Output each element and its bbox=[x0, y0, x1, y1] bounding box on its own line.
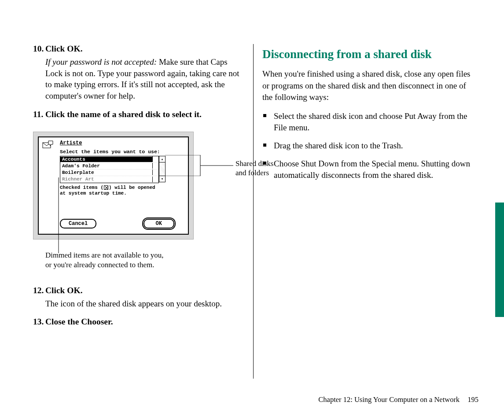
list-item-checkbox[interactable] bbox=[152, 177, 158, 182]
callout-line: or you're already connected to them. bbox=[45, 260, 186, 270]
dialog-buttons: Cancel OK bbox=[60, 219, 174, 228]
intro-paragraph: When you're finished using a shared disk… bbox=[262, 68, 475, 103]
step-title: Click OK. bbox=[45, 44, 83, 53]
step-title: Click OK. bbox=[45, 286, 83, 295]
list-item[interactable]: Accounts bbox=[60, 156, 158, 163]
callout-line: Dimmed items are not available to you, bbox=[45, 251, 186, 260]
step-10-body: If your password is not accepted: Make s… bbox=[45, 56, 240, 102]
scroll-up-arrow[interactable]: ▴ bbox=[159, 156, 165, 162]
list-item-label: Richner Art bbox=[60, 177, 152, 182]
cancel-button[interactable]: Cancel bbox=[60, 219, 96, 228]
list-item: Choose Shut Down from the Special menu. … bbox=[262, 158, 475, 181]
checked-box-icon bbox=[104, 185, 108, 190]
step-number: 11. bbox=[33, 110, 45, 119]
list-item-checkbox[interactable] bbox=[152, 163, 158, 169]
step-10-heading: 10.Click OK. bbox=[33, 44, 240, 54]
step-number: 12. bbox=[33, 286, 45, 295]
bullet-list: Select the shared disk icon and choose P… bbox=[262, 111, 475, 181]
dialog-window: Artiste Select the items you want to use… bbox=[38, 136, 189, 235]
list-item: Drag the shared disk icon to the Trash. bbox=[262, 140, 475, 152]
list-item-checkbox[interactable] bbox=[152, 156, 158, 162]
dialog-title: Artiste bbox=[60, 140, 82, 146]
list-item-checkbox[interactable] bbox=[152, 169, 158, 175]
appleshare-icon bbox=[42, 140, 55, 150]
step-number: 10. bbox=[33, 44, 45, 54]
step-10-lead: If your password is not accepted: bbox=[45, 57, 157, 66]
left-column: 10.Click OK. If your password is not acc… bbox=[33, 44, 253, 379]
note-pre: Checked items ( bbox=[60, 185, 103, 190]
chapter-label: Chapter 12: Using Your Computer on a Net… bbox=[318, 395, 460, 404]
dialog-note: Checked items () will be opened at syste… bbox=[60, 185, 161, 197]
scroll-down-arrow[interactable]: ▾ bbox=[159, 176, 165, 182]
step-13-heading: 13.Close the Chooser. bbox=[33, 317, 240, 327]
step-12-body: The icon of the shared disk appears on y… bbox=[45, 298, 240, 309]
dialog-item-list[interactable]: Accounts Adam's Folder Boilerplate bbox=[60, 156, 159, 183]
section-heading: Disconnecting from a shared disk bbox=[262, 48, 475, 61]
list-item-label: Accounts bbox=[60, 157, 152, 162]
step-number: 13. bbox=[33, 317, 45, 327]
step-11-heading: 11.Click the name of a shared disk to se… bbox=[33, 110, 240, 119]
list-item[interactable]: Richner Art bbox=[60, 176, 158, 183]
step-12-heading: 12.Click OK. bbox=[33, 286, 240, 295]
dialog-screenshot: Artiste Select the items you want to use… bbox=[33, 132, 194, 239]
thumb-index-tab bbox=[495, 203, 504, 317]
ok-button[interactable]: OK bbox=[143, 219, 174, 228]
right-column: Disconnecting from a shared disk When yo… bbox=[253, 44, 475, 379]
callout-dimmed-items: Dimmed items are not available to you, o… bbox=[45, 251, 186, 270]
page-number: 195 bbox=[467, 395, 478, 404]
list-item[interactable]: Adam's Folder bbox=[60, 163, 158, 169]
scroll-track[interactable] bbox=[159, 162, 165, 176]
list-item: Select the shared disk icon and choose P… bbox=[262, 111, 475, 134]
dialog-instruction: Select the items you want to use: bbox=[60, 149, 160, 155]
step-title: Close the Chooser. bbox=[45, 317, 113, 326]
page-footer: Chapter 12: Using Your Computer on a Net… bbox=[318, 395, 478, 404]
scrollbar[interactable]: ▴ ▾ bbox=[159, 156, 166, 182]
list-item-label: Adam's Folder bbox=[60, 163, 152, 169]
figure-wrap: Artiste Select the items you want to use… bbox=[33, 132, 240, 246]
step-title: Click the name of a shared disk to selec… bbox=[45, 110, 202, 119]
list-item-label: Boilerplate bbox=[60, 170, 152, 175]
list-item[interactable]: Boilerplate bbox=[60, 169, 158, 176]
